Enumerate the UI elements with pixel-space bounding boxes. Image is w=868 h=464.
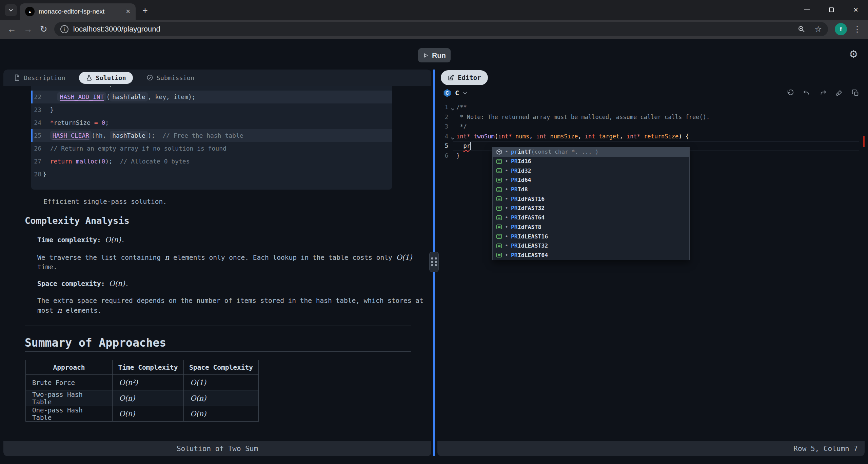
editor-tab-label: Editor (458, 74, 481, 81)
text-segment: ( (495, 133, 498, 140)
snippet-icon (496, 243, 502, 249)
suggestion-bullet: • (505, 177, 508, 183)
reload-button[interactable]: ↻ (40, 24, 47, 35)
line-number: 28 (33, 168, 41, 181)
suggestion-label: PRIdLEAST64 (511, 252, 548, 258)
editor-code-line: 2 * Note: The returned array must be mal… (437, 112, 865, 122)
text-segment: (hh, (92, 132, 110, 139)
text-segment: , (578, 133, 585, 140)
tab-search-button[interactable] (5, 4, 17, 16)
suggestion-item[interactable]: •PRIdFAST64 (493, 213, 689, 223)
text-segment: hashTable (110, 92, 148, 101)
divider-rule (25, 351, 411, 352)
suggestion-item[interactable]: •PRId16 (493, 157, 689, 166)
solution-panel-body[interactable]: 21 item→value = 1;22 HASH_ADD_INT(hashTa… (3, 70, 431, 441)
text-segment: } (456, 152, 460, 159)
bookmark-star-icon[interactable]: ☆ (814, 24, 822, 34)
zoom-out-icon[interactable] (797, 25, 806, 33)
line-number: 2 (437, 112, 448, 122)
check-circle-icon (146, 74, 153, 81)
cube-icon (496, 149, 502, 155)
back-button[interactable]: ← (7, 24, 16, 35)
suggestion-bullet: • (505, 158, 508, 165)
suggestion-bullet: • (505, 214, 508, 221)
reset-icon[interactable] (787, 89, 794, 97)
editor-tab[interactable]: Editor (441, 70, 488, 85)
suggestion-label: PRIdFAST16 (511, 196, 545, 202)
window-minimize-button[interactable] (795, 0, 819, 20)
browser-tabstrip: ▲ monaco-editor-lsp-next × + × (0, 0, 868, 20)
approach-cell: Brute Force (26, 375, 113, 390)
editor-code-area[interactable]: 1/**2 * Note: The returned array must be… (437, 101, 865, 441)
suggestion-bullet: • (505, 224, 508, 230)
editor-code-line: 3 */ (437, 122, 865, 132)
suggestion-item[interactable]: •PRIdLEAST16 (493, 232, 689, 241)
undo-icon[interactable] (803, 89, 810, 97)
text-segment: returnSize (644, 133, 678, 140)
time-cell: O(n) (113, 406, 184, 422)
panel-divider-grip[interactable] (429, 252, 439, 272)
suggestion-item[interactable]: •PRIdFAST32 (493, 204, 689, 213)
space-complexity-desc: The extra space required depends on the … (37, 296, 431, 315)
line-number: 1 (437, 102, 448, 112)
suggestion-item[interactable]: •PRId8 (493, 185, 689, 194)
copy-icon[interactable] (852, 89, 859, 97)
text-segment: , (529, 133, 536, 140)
line-number: 27 (33, 155, 41, 168)
site-info-icon[interactable]: i (60, 25, 68, 33)
settings-gear-icon[interactable]: ⚙ (849, 48, 858, 60)
screen: ▲ monaco-editor-lsp-next × + × ← → ↻ i l… (0, 0, 868, 464)
panel-tab-label: Description (24, 74, 65, 81)
window-close-button[interactable]: × (844, 0, 868, 20)
suggestion-item[interactable]: •printf(const char *, ... ) (493, 147, 689, 157)
chevron-down-icon (462, 91, 468, 96)
format-brush-icon[interactable] (835, 89, 843, 97)
suggestion-item[interactable]: •PRIdFAST8 (493, 223, 689, 232)
panel-tab-solution[interactable]: Solution (79, 72, 133, 84)
language-selector[interactable]: C C (443, 89, 468, 97)
text-segment: HASH_ADD_INT (57, 92, 106, 101)
suggestion-label: PRIdLEAST32 (511, 243, 548, 249)
suggestion-label: PRId16 (511, 158, 531, 165)
suggestion-item[interactable]: •PRIdFAST16 (493, 194, 689, 204)
text-segment: = (94, 119, 102, 126)
play-icon (423, 53, 429, 58)
text-segment: O(n) (109, 279, 125, 288)
suggestion-bullet: • (505, 233, 508, 240)
panel-tab-description[interactable]: Description (14, 74, 65, 81)
text-segment: int (536, 133, 547, 140)
suggestion-label: PRIdFAST32 (511, 205, 545, 211)
text-segment: /** (456, 104, 467, 111)
line-number: 3 (437, 122, 448, 132)
line-number: 26 (33, 142, 41, 155)
suggestion-item[interactable]: •PRId64 (493, 175, 689, 185)
suggestion-bullet: • (505, 149, 508, 155)
browser-menu-icon[interactable]: ⋮ (853, 24, 861, 34)
approach-cell: Two-pass Hash Table (26, 390, 113, 406)
text-segment: twoSum (474, 133, 494, 140)
new-tab-button[interactable]: + (142, 5, 148, 16)
browser-tab[interactable]: ▲ monaco-editor-lsp-next × (20, 3, 136, 20)
text-segment: , (619, 133, 626, 140)
solution-panel: 21 item→value = 1;22 HASH_ADD_INT(hashTa… (3, 70, 431, 456)
redo-icon[interactable] (819, 89, 827, 97)
forward-button[interactable]: → (24, 24, 33, 35)
code-text: */ (456, 122, 467, 132)
text-segment (512, 133, 515, 140)
profile-avatar[interactable]: f (835, 23, 847, 35)
maximize-icon (829, 7, 834, 12)
run-button[interactable]: Run (418, 48, 451, 62)
suggestion-item[interactable]: •PRIdLEAST32 (493, 241, 689, 251)
panel-tab-submission[interactable]: Submission (146, 74, 194, 81)
suggestion-item[interactable]: •PRId32 (493, 166, 689, 175)
space-cell: O(1) (184, 375, 259, 390)
text-segment: int* (456, 133, 470, 140)
url-text[interactable]: localhost:3000/playground (73, 25, 160, 34)
suggestion-item[interactable]: •PRIdLEAST64 (493, 251, 689, 260)
window-maximize-button[interactable] (819, 0, 844, 20)
tab-close-icon[interactable]: × (126, 7, 130, 16)
text-segment (640, 133, 644, 140)
address-bar[interactable]: i localhost:3000/playground ☆ (54, 22, 828, 36)
table-header: Approach (26, 360, 113, 375)
text-segment: , key, item); (148, 93, 196, 100)
